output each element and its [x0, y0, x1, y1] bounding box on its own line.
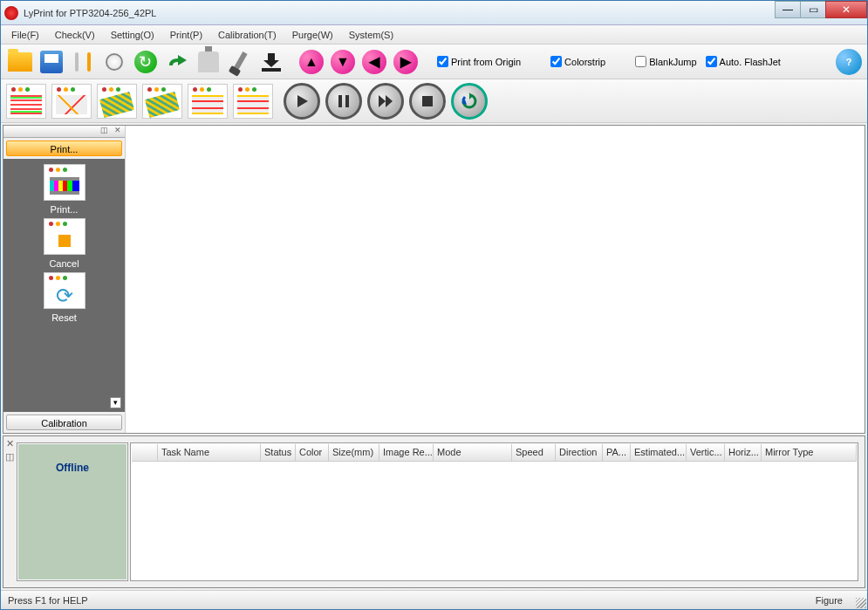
- arrow-up-icon: ▲: [299, 50, 324, 74]
- sidebar-item-reset[interactable]: Reset: [44, 272, 85, 323]
- col-mode[interactable]: Mode: [434, 444, 512, 461]
- pattern-button-5[interactable]: [188, 84, 228, 119]
- pause-button[interactable]: [325, 83, 362, 120]
- arrow-right-icon: ▶: [393, 50, 418, 74]
- maximize-button[interactable]: ▭: [800, 1, 826, 18]
- svg-rect-0: [262, 68, 281, 72]
- col-imageres[interactable]: Image Re...: [379, 444, 434, 461]
- move-down-button[interactable]: ▼: [329, 48, 357, 76]
- app-icon: [4, 6, 18, 20]
- menu-system[interactable]: System(S): [342, 28, 400, 42]
- col-speed[interactable]: Speed: [512, 444, 556, 461]
- task-table-header: Task Name Status Color Size(mm) Image Re…: [132, 444, 857, 462]
- status-text: Offline: [56, 462, 89, 474]
- menu-setting[interactable]: Setting(O): [104, 28, 161, 42]
- side-panel-header[interactable]: [3, 126, 125, 138]
- stop-icon: [419, 93, 436, 110]
- help-icon: ?: [846, 57, 852, 67]
- menu-purge[interactable]: Purge(W): [285, 28, 340, 42]
- help-button[interactable]: ?: [836, 49, 862, 75]
- stop-button[interactable]: [409, 83, 446, 120]
- save-button[interactable]: [38, 48, 65, 76]
- pattern-button-2[interactable]: [51, 84, 92, 119]
- menu-print[interactable]: Print(P): [163, 28, 209, 42]
- pattern-button-6[interactable]: [233, 84, 273, 119]
- main-area: Print... Print... Cancel Reset ▾ Calibra…: [3, 125, 865, 434]
- move-up-button[interactable]: ▲: [297, 48, 325, 76]
- canvas-area[interactable]: [126, 126, 865, 433]
- pattern-icon-3: [99, 91, 134, 118]
- spray-button[interactable]: [195, 48, 222, 76]
- brush-button[interactable]: [226, 48, 254, 76]
- col-estimated[interactable]: Estimated...: [631, 444, 687, 461]
- sidebar-item-print[interactable]: Print...: [44, 164, 85, 215]
- reset-icon: [44, 272, 85, 309]
- col-status[interactable]: Status: [261, 444, 296, 461]
- accordion-print[interactable]: Print...: [6, 141, 122, 156]
- col-size[interactable]: Size(mm): [329, 444, 379, 461]
- print-from-origin-checkbox[interactable]: Print from Origin: [437, 56, 521, 67]
- go-icon: [134, 51, 157, 73]
- status-box: Offline: [17, 443, 127, 580]
- menu-calibration[interactable]: Calibration(T): [211, 28, 284, 42]
- play-button[interactable]: [284, 83, 320, 120]
- folder-icon: [8, 52, 32, 72]
- cancel-icon: [44, 218, 85, 255]
- toolbar-main: ▲ ▼ ◀ ▶ Print from Origin Colorstrip Bla…: [1, 45, 867, 79]
- col-blank[interactable]: [132, 444, 158, 461]
- accordion-calibration[interactable]: Calibration: [6, 415, 122, 430]
- colorstrip-checkbox[interactable]: Colorstrip: [550, 56, 605, 67]
- col-taskname[interactable]: Task Name: [158, 444, 261, 461]
- side-panel-body: Print... Cancel Reset ▾: [3, 159, 125, 412]
- menu-file[interactable]: File(F): [4, 28, 46, 42]
- sidebar-item-cancel[interactable]: Cancel: [44, 218, 85, 269]
- statusbar-figure: Figure: [816, 595, 843, 606]
- col-direction[interactable]: Direction: [556, 444, 603, 461]
- open-button[interactable]: [6, 48, 34, 76]
- spray-icon: [198, 51, 219, 72]
- window-title: LyPrint for PTP3204-256_42PL: [24, 8, 156, 18]
- move-right-button[interactable]: ▶: [392, 48, 420, 76]
- svg-rect-2: [345, 95, 349, 107]
- pattern-icon-6: [237, 95, 269, 114]
- close-button[interactable]: ✕: [825, 1, 867, 18]
- statusbar-help: Press F1 for HELP: [8, 595, 88, 606]
- print-icon: [44, 164, 85, 201]
- refresh-button[interactable]: [451, 83, 488, 120]
- bulb-button[interactable]: [100, 48, 128, 76]
- pattern-button-3[interactable]: [97, 84, 137, 119]
- svg-rect-3: [422, 96, 433, 106]
- go-button[interactable]: [132, 48, 160, 76]
- col-mirror[interactable]: Mirror Type: [762, 444, 857, 461]
- col-horizontal[interactable]: Horiz...: [725, 444, 762, 461]
- auto-flashjet-checkbox[interactable]: Auto. FlashJet: [706, 56, 781, 67]
- fastforward-button[interactable]: [367, 83, 404, 120]
- pattern-icon-1: [10, 95, 42, 114]
- arrow-down-icon: ▼: [331, 50, 355, 74]
- pattern-button-4[interactable]: [142, 84, 182, 119]
- titlebar[interactable]: LyPrint for PTP3204-256_42PL ― ▭ ✕: [1, 1, 867, 25]
- pattern-button-1[interactable]: [6, 84, 46, 119]
- download-button[interactable]: [257, 48, 285, 76]
- bottom-panel-controls[interactable]: ✕◫: [3, 436, 16, 587]
- sidebar-dropdown[interactable]: ▾: [110, 397, 121, 408]
- tools-button[interactable]: [69, 48, 97, 76]
- task-table: Task Name Status Color Size(mm) Image Re…: [131, 443, 858, 580]
- menu-check[interactable]: Check(V): [48, 28, 102, 42]
- redo-icon: [166, 53, 188, 71]
- redo-button[interactable]: [163, 48, 191, 76]
- minimize-button[interactable]: ―: [775, 1, 801, 18]
- download-icon: [260, 51, 283, 72]
- app-window: LyPrint for PTP3204-256_42PL ― ▭ ✕ File(…: [0, 0, 868, 610]
- blankjump-checkbox[interactable]: BlankJump: [635, 56, 696, 67]
- bottom-panel: ✕◫ Offline Task Name Status Color Size(m…: [3, 435, 865, 588]
- menubar: File(F) Check(V) Setting(O) Print(P) Cal…: [1, 25, 867, 45]
- pattern-icon-2: [56, 95, 87, 114]
- col-vertical[interactable]: Vertic...: [687, 444, 725, 461]
- refresh-icon: [461, 93, 478, 110]
- col-color[interactable]: Color: [296, 444, 329, 461]
- move-left-button[interactable]: ◀: [360, 48, 388, 76]
- brush-icon: [232, 51, 247, 72]
- resize-grip[interactable]: [856, 598, 866, 608]
- col-pa[interactable]: PA...: [603, 444, 631, 461]
